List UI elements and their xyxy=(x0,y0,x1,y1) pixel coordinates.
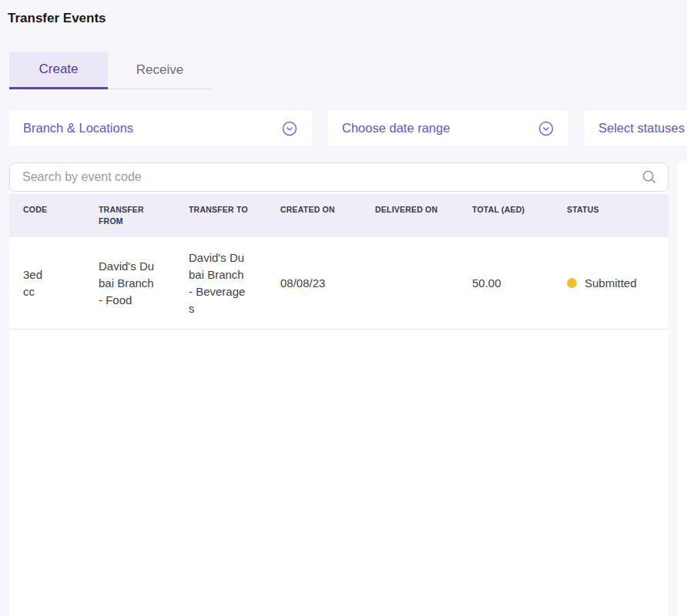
col-header-transfer-to: TRANSFER TO xyxy=(175,194,266,237)
branch-locations-dropdown[interactable]: Branch & Locations xyxy=(9,111,312,146)
status-dropdown[interactable]: Select statuses xyxy=(585,111,687,146)
col-header-transfer-from: TRANSFER FROM xyxy=(85,194,175,237)
status-cell: Submitted xyxy=(553,263,669,304)
transfer-events-panel: CODE TRANSFER FROM TRANSFER TO CREATED O… xyxy=(9,162,669,616)
transfer-to-text: David's Dubai Branch - Beverages xyxy=(189,249,250,316)
table-header-row: CODE TRANSFER FROM TRANSFER TO CREATED O… xyxy=(9,194,669,237)
delivered-on-cell xyxy=(361,271,458,296)
search-bar xyxy=(9,162,669,192)
col-header-created-on: CREATED ON xyxy=(266,194,361,237)
search-input[interactable] xyxy=(21,169,642,185)
tab-receive-label: Receive xyxy=(136,62,183,78)
status-badge: Submitted xyxy=(585,275,637,292)
col-header-total-aed: TOTAL (AED) xyxy=(458,194,553,237)
status-dropdown-label: Select statuses xyxy=(598,121,685,136)
event-code-link[interactable]: 3edcc xyxy=(9,254,85,313)
created-on-cell: 08/08/23 xyxy=(266,263,361,304)
chevron-down-circle-icon xyxy=(281,120,298,137)
tab-bar: Create Receive xyxy=(9,52,687,89)
date-range-label: Choose date range xyxy=(342,121,450,136)
transfer-to-cell: David's Dubai Branch - Beverages xyxy=(175,237,266,329)
total-cell: 50.00 xyxy=(458,263,553,304)
transfer-from-cell: David's Dubai Branch - Food xyxy=(85,246,175,320)
event-code-text: 3edcc xyxy=(23,266,46,300)
date-range-dropdown[interactable]: Choose date range xyxy=(328,111,568,146)
page-title: Transfer Events xyxy=(8,11,687,26)
chevron-down-circle-icon xyxy=(538,120,555,137)
search-icon xyxy=(642,169,657,185)
right-panel-edge xyxy=(677,162,687,616)
status-dot-icon xyxy=(567,278,577,288)
transfer-from-text: David's Dubai Branch - Food xyxy=(99,258,160,308)
table-row[interactable]: 3edcc David's Dubai Branch - Food David'… xyxy=(9,237,669,330)
filter-bar: Branch & Locations Choose date range Sel… xyxy=(9,111,687,146)
col-header-delivered-on: DELIVERED ON xyxy=(361,194,458,237)
branch-locations-label: Branch & Locations xyxy=(23,121,133,136)
tab-receive[interactable]: Receive xyxy=(108,52,212,89)
tab-create[interactable]: Create xyxy=(9,52,108,89)
tab-create-label: Create xyxy=(39,62,78,77)
col-header-code: CODE xyxy=(9,194,85,237)
col-header-status: STATUS xyxy=(553,194,669,237)
